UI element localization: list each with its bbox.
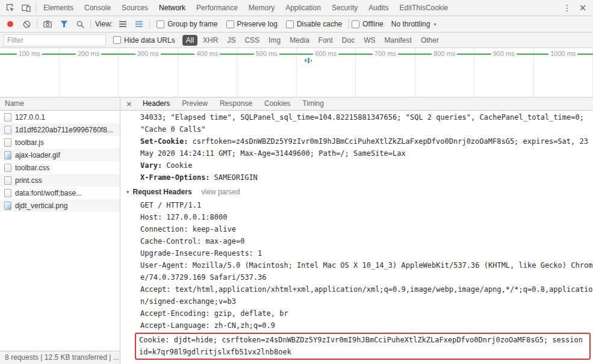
header-value: csrftoken=z4sDnWBZDz5Y9zIvr0mI9hJBmCciPu… bbox=[140, 137, 588, 158]
disclosure-triangle-icon[interactable]: ▾ bbox=[126, 189, 129, 195]
toolbar-checkbox[interactable]: Disable cache bbox=[286, 20, 342, 28]
request-header-line: Accept-Encoding: gzip, deflate, br bbox=[140, 307, 593, 319]
resource-type-filter[interactable]: Img bbox=[265, 35, 284, 46]
overview-toggle-icon[interactable] bbox=[131, 17, 147, 31]
overview-request-mark bbox=[308, 58, 309, 63]
timeline-segment: 500 ms bbox=[237, 48, 297, 97]
checkbox-label: Disable cache bbox=[297, 20, 342, 28]
file-icon bbox=[4, 113, 11, 122]
file-icon bbox=[4, 189, 11, 197]
resource-type-filter[interactable]: Media bbox=[286, 35, 313, 46]
request-row[interactable]: toolbar.js bbox=[0, 136, 120, 149]
network-toolbar: View: Group by frame Preserve log Disabl… bbox=[0, 16, 593, 32]
timeline-segment: 800 ms bbox=[415, 48, 475, 97]
panel-tab[interactable]: Console bbox=[79, 0, 116, 16]
request-row[interactable]: 1d1df6220ab711e9996760f8... bbox=[0, 123, 120, 136]
details-tabs: HeadersPreviewResponseCookiesTiming bbox=[137, 97, 330, 110]
requests-panel: Name 127.0.0.1 1d1df6220ab711e9996760f8.… bbox=[0, 97, 120, 364]
request-name: toolbar.css bbox=[15, 164, 49, 172]
request-row[interactable]: djdt_vertical.png bbox=[0, 199, 120, 212]
request-header-line: Accept: text/html,application/xhtml+xml,… bbox=[140, 283, 593, 307]
timeline-tick-label: 1000 ms bbox=[548, 49, 577, 58]
close-details-icon[interactable]: × bbox=[120, 99, 137, 108]
inspect-element-icon[interactable] bbox=[2, 1, 18, 15]
resource-type-filter[interactable]: Doc bbox=[338, 35, 358, 46]
details-tab[interactable]: Cookies bbox=[258, 97, 296, 110]
details-tab[interactable]: Timing bbox=[296, 97, 330, 110]
request-row[interactable]: print.css bbox=[0, 174, 120, 187]
header-value: SAMEORIGIN bbox=[214, 173, 258, 182]
header-name: X-Frame-Options: bbox=[140, 173, 210, 182]
timeline-tick-label: 800 ms bbox=[432, 49, 457, 58]
toolbar-checkboxes: Group by frame Preserve log Disable cach… bbox=[157, 20, 342, 28]
device-toolbar-icon[interactable] bbox=[18, 1, 34, 15]
panel-tab[interactable]: Memory bbox=[243, 0, 280, 16]
resource-type-filter[interactable]: CSS bbox=[241, 35, 263, 46]
record-dot bbox=[7, 21, 13, 27]
list-view-bars bbox=[119, 21, 126, 27]
checkbox-box bbox=[286, 20, 294, 28]
toolbar-checkbox[interactable]: Preserve log bbox=[226, 20, 278, 28]
response-headers-list: Set-Cookie:csrftoken=z4sDnWBZDz5Y9zIvr0m… bbox=[140, 135, 593, 184]
request-row[interactable]: data:font/woff;base... bbox=[0, 187, 120, 199]
checkbox-box bbox=[113, 36, 121, 44]
request-header-line: User-Agent: Mozilla/5.0 (Macintosh; Inte… bbox=[140, 259, 593, 283]
response-header-line: Vary:Cookie bbox=[140, 159, 593, 171]
response-header-line: Set-Cookie:csrftoken=z4sDnWBZDz5Y9zIvr0m… bbox=[140, 135, 593, 159]
details-tab[interactable]: Headers bbox=[137, 97, 176, 110]
request-row[interactable]: toolbar.css bbox=[0, 161, 120, 174]
resource-type-filter[interactable]: WS bbox=[360, 35, 379, 46]
record-network-log-icon[interactable] bbox=[2, 17, 18, 31]
panel-tab[interactable]: Sources bbox=[116, 0, 154, 16]
resource-type-filter[interactable]: XHR bbox=[199, 35, 222, 46]
cookie-header-line: Cookie: djdt=hide; csrftoken=z4sDnWBZDz5… bbox=[139, 334, 586, 358]
checkbox-box bbox=[352, 20, 359, 28]
network-overview[interactable]: 100 ms 200 ms 300 ms 400 ms 500 ms 600 m… bbox=[0, 48, 593, 97]
separator bbox=[90, 19, 91, 29]
panel-tab[interactable]: Audits bbox=[363, 0, 394, 16]
close-devtools-icon[interactable]: × bbox=[575, 1, 591, 15]
file-icon bbox=[4, 164, 11, 172]
panel-tab[interactable]: Elements bbox=[38, 0, 79, 16]
screenshot-capture-icon[interactable] bbox=[40, 17, 55, 31]
panel-tab[interactable]: Performance bbox=[191, 0, 243, 16]
overview-request-mark bbox=[311, 60, 312, 62]
resource-type-filter[interactable]: All bbox=[182, 35, 197, 46]
resource-type-filter[interactable]: Other bbox=[417, 35, 442, 46]
request-row[interactable]: ajax-loader.gif bbox=[0, 149, 120, 161]
filter-funnel-icon[interactable] bbox=[56, 17, 72, 31]
resource-type-filter[interactable]: Manifest bbox=[381, 35, 415, 46]
panel-tab[interactable]: Security bbox=[326, 0, 363, 16]
timeline-segment: 400 ms bbox=[178, 48, 238, 97]
throttling-select[interactable]: No throttling ▾ bbox=[391, 20, 436, 28]
request-header-line: Cache-Control: max-age=0 bbox=[140, 235, 593, 247]
devtools-network-panel: { "colors": { "overview_line_green": "#3… bbox=[0, 0, 593, 364]
resource-type-filter[interactable]: Font bbox=[315, 35, 337, 46]
separator bbox=[37, 19, 37, 29]
panel-tab[interactable]: Application bbox=[280, 0, 326, 16]
request-header-line: Upgrade-Insecure-Requests: 1 bbox=[140, 247, 593, 259]
toolbar-checkbox[interactable]: Group by frame bbox=[157, 20, 217, 28]
panel-tab[interactable]: EditThisCookie bbox=[394, 0, 454, 16]
details-tab[interactable]: Preview bbox=[176, 97, 214, 110]
clear-network-log-icon[interactable] bbox=[19, 17, 34, 31]
filter-input[interactable] bbox=[4, 34, 106, 46]
header-name: Vary: bbox=[140, 161, 162, 170]
small-request-rows-icon[interactable] bbox=[115, 17, 131, 31]
request-row[interactable]: 127.0.0.1 bbox=[0, 111, 120, 123]
resource-type-filter[interactable]: JS bbox=[223, 35, 239, 46]
panel-tab[interactable]: Network bbox=[154, 0, 191, 16]
kebab-menu-icon[interactable]: ⋮ bbox=[559, 1, 575, 15]
timeline-tick-label: 100 ms bbox=[17, 49, 42, 58]
offline-checkbox[interactable]: Offline bbox=[352, 20, 383, 28]
details-tab[interactable]: Response bbox=[214, 97, 258, 110]
view-parsed-link[interactable]: view parsed bbox=[202, 188, 240, 196]
timeline-tick-label: 500 ms bbox=[254, 49, 279, 58]
server-timing-continuation: 34033; "Elapsed time", SQLPanel_sql_time… bbox=[140, 111, 593, 135]
checkbox-label: Hide data URLs bbox=[124, 36, 175, 45]
request-name: djdt_vertical.png bbox=[15, 202, 67, 210]
name-column-header[interactable]: Name bbox=[0, 97, 120, 111]
hide-data-urls-checkbox[interactable]: Hide data URLs bbox=[113, 36, 175, 45]
details-tab-bar: × HeadersPreviewResponseCookiesTiming bbox=[120, 97, 593, 111]
search-icon[interactable] bbox=[72, 17, 88, 31]
